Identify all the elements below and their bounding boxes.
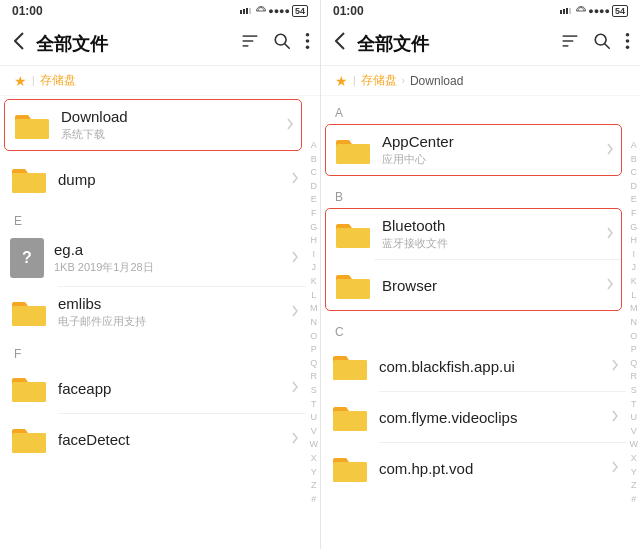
alpha-letter[interactable]: Z <box>311 480 317 491</box>
alpha-letter[interactable]: D <box>311 181 318 192</box>
back-button[interactable] <box>329 28 351 59</box>
alpha-letter[interactable]: # <box>311 494 316 505</box>
list-item[interactable]: com.flyme.videoclips <box>321 392 626 442</box>
breadcrumb: ★|存储盘›Download <box>321 66 640 96</box>
more-icon[interactable] <box>623 30 632 57</box>
section-header: B <box>321 180 626 206</box>
page-title: 全部文件 <box>355 32 555 56</box>
svg-line-8 <box>285 44 290 49</box>
list-item[interactable]: Download系统下载 <box>5 100 301 150</box>
alpha-letter[interactable]: A <box>631 140 637 151</box>
alpha-letter[interactable]: A <box>311 140 317 151</box>
alpha-letter[interactable]: Q <box>310 358 317 369</box>
alpha-letter[interactable]: I <box>632 249 635 260</box>
alpha-letter[interactable]: G <box>310 222 317 233</box>
alpha-letter[interactable]: M <box>630 303 638 314</box>
alpha-letter[interactable]: T <box>631 399 637 410</box>
toolbar-actions <box>239 30 312 57</box>
alpha-letter[interactable]: U <box>311 412 318 423</box>
alpha-letter[interactable]: # <box>631 494 636 505</box>
search-icon[interactable] <box>591 30 613 57</box>
alpha-letter[interactable]: W <box>630 439 639 450</box>
page-title: 全部文件 <box>34 32 235 56</box>
breadcrumb-storage[interactable]: 存储盘 <box>40 72 76 89</box>
back-button[interactable] <box>8 28 30 59</box>
folder-icon <box>13 109 51 141</box>
list-item[interactable]: faceDetect <box>0 414 306 464</box>
alpha-letter[interactable]: T <box>311 399 317 410</box>
alpha-letter[interactable]: F <box>311 208 317 219</box>
chevron-right-icon <box>612 357 618 375</box>
alpha-letter[interactable]: D <box>631 181 638 192</box>
svg-rect-12 <box>560 10 562 14</box>
list-item[interactable]: Browser <box>326 260 621 310</box>
alpha-letter[interactable]: O <box>310 331 317 342</box>
alpha-letter[interactable]: E <box>631 194 637 205</box>
breadcrumb-current[interactable]: Download <box>410 74 463 88</box>
alpha-letter[interactable]: F <box>631 208 637 219</box>
alpha-letter[interactable]: J <box>632 262 637 273</box>
breadcrumb-star[interactable]: ★ <box>14 73 27 89</box>
file-name: com.hp.pt.vod <box>379 460 612 477</box>
alpha-letter[interactable]: O <box>630 331 637 342</box>
alpha-letter[interactable]: M <box>310 303 318 314</box>
alpha-letter[interactable]: B <box>311 154 317 165</box>
file-meta: 应用中心 <box>382 152 607 167</box>
list-item[interactable]: faceapp <box>0 363 306 413</box>
list-item[interactable]: Bluetooth蓝牙接收文件 <box>326 209 621 259</box>
alpha-letter[interactable]: V <box>631 426 637 437</box>
alpha-letter[interactable]: G <box>630 222 637 233</box>
file-name: AppCenter <box>382 133 607 150</box>
search-icon[interactable] <box>271 30 293 57</box>
status-icons: ●●●● 54 <box>560 5 628 17</box>
alpha-letter[interactable]: C <box>631 167 638 178</box>
more-icon[interactable] <box>303 30 312 57</box>
alpha-letter[interactable]: K <box>631 276 637 287</box>
sort-icon[interactable] <box>559 31 581 56</box>
alpha-letter[interactable]: I <box>312 249 315 260</box>
list-item[interactable]: com.hp.pt.vod <box>321 443 626 493</box>
alpha-letter[interactable]: U <box>631 412 638 423</box>
folder-icon <box>331 401 369 433</box>
alpha-letter[interactable]: J <box>312 262 317 273</box>
alpha-letter[interactable]: Z <box>631 480 637 491</box>
alpha-letter[interactable]: B <box>631 154 637 165</box>
list-item[interactable]: AppCenter应用中心 <box>326 125 621 175</box>
file-name: com.flyme.videoclips <box>379 409 612 426</box>
list-item[interactable]: com.blackfish.app.ui <box>321 341 626 391</box>
alpha-letter[interactable]: L <box>631 290 636 301</box>
breadcrumb-storage[interactable]: 存储盘 <box>361 72 397 89</box>
svg-rect-2 <box>246 8 248 14</box>
alpha-index: ABCDEFGHIJKLMNOPQRSTUVWXYZ# <box>630 136 639 509</box>
alpha-letter[interactable]: R <box>631 371 638 382</box>
alpha-letter[interactable]: C <box>311 167 318 178</box>
alpha-letter[interactable]: N <box>311 317 318 328</box>
list-item[interactable]: ?eg.a1KB 2019年1月28日 <box>0 230 306 286</box>
alpha-letter[interactable]: Q <box>630 358 637 369</box>
alpha-letter[interactable]: X <box>631 453 637 464</box>
section-header: A <box>321 96 626 122</box>
alpha-letter[interactable]: L <box>311 290 316 301</box>
list-item[interactable]: emlibs电子邮件应用支持 <box>0 287 306 337</box>
svg-point-9 <box>306 33 310 37</box>
alpha-letter[interactable]: Y <box>631 467 637 478</box>
alpha-letter[interactable]: E <box>311 194 317 205</box>
list-item[interactable]: dump <box>0 154 306 204</box>
alpha-letter[interactable]: R <box>311 371 318 382</box>
alpha-letter[interactable]: X <box>311 453 317 464</box>
alpha-letter[interactable]: P <box>311 344 317 355</box>
chevron-right-icon <box>292 249 298 267</box>
alpha-letter[interactable]: H <box>631 235 638 246</box>
alpha-letter[interactable]: V <box>311 426 317 437</box>
breadcrumb-star[interactable]: ★ <box>335 73 348 89</box>
alpha-letter[interactable]: N <box>631 317 638 328</box>
alpha-letter[interactable]: Y <box>311 467 317 478</box>
alpha-letter[interactable]: K <box>311 276 317 287</box>
alpha-letter[interactable]: S <box>631 385 637 396</box>
file-name: com.blackfish.app.ui <box>379 358 612 375</box>
sort-icon[interactable] <box>239 31 261 56</box>
alpha-letter[interactable]: W <box>310 439 319 450</box>
alpha-letter[interactable]: P <box>631 344 637 355</box>
alpha-letter[interactable]: H <box>311 235 318 246</box>
alpha-letter[interactable]: S <box>311 385 317 396</box>
